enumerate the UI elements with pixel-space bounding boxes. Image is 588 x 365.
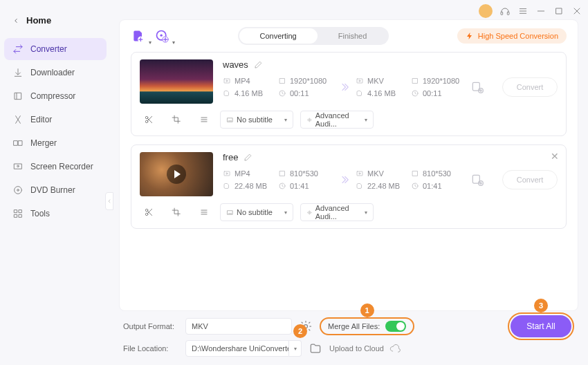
audio-select[interactable]: Advanced Audi...▾ xyxy=(300,203,374,221)
svg-rect-17 xyxy=(15,164,22,169)
output-settings-icon[interactable] xyxy=(470,80,484,94)
file-location-label: File Location: xyxy=(123,344,178,353)
svg-marker-38 xyxy=(360,80,361,82)
svg-rect-74 xyxy=(228,210,232,214)
sidebar-item-downloader[interactable]: Downloader xyxy=(4,62,107,84)
svg-point-20 xyxy=(17,189,19,191)
trim-icon[interactable] xyxy=(144,207,154,217)
file-card: waves MP4 4.16 MB 1920*1080 00:11 xyxy=(131,52,567,136)
thumbnail[interactable] xyxy=(140,59,213,104)
compressor-icon xyxy=(12,91,24,102)
svg-rect-33 xyxy=(224,79,230,83)
tab-finished[interactable]: Finished xyxy=(318,28,388,44)
thumbnail[interactable] xyxy=(140,152,213,196)
close-icon[interactable] xyxy=(571,6,582,17)
audio-value: Advanced Audi... xyxy=(315,204,360,221)
collapse-sidebar-icon[interactable] xyxy=(105,192,113,210)
caret-down-icon: ▾ xyxy=(172,39,175,46)
svg-marker-58 xyxy=(227,173,228,174)
annotation-badge: 2 xyxy=(293,324,307,338)
svg-rect-6 xyxy=(556,8,562,14)
avatar[interactable] xyxy=(479,4,493,18)
subtitle-select[interactable]: No subtitle▾ xyxy=(220,203,293,221)
svg-point-18 xyxy=(17,165,19,167)
caret-down-icon: ▾ xyxy=(284,209,287,216)
svg-marker-62 xyxy=(360,173,361,174)
svg-marker-34 xyxy=(227,80,228,82)
more-icon[interactable] xyxy=(199,115,209,124)
more-icon[interactable] xyxy=(199,207,209,217)
location-dropdown[interactable]: 2 ▾ xyxy=(289,340,302,357)
in-size: 4.16 MB xyxy=(235,89,263,97)
svg-rect-24 xyxy=(19,214,21,217)
output-format-label: Output Format: xyxy=(123,322,178,330)
sidebar-item-label: Screen Recorder xyxy=(30,162,93,171)
in-dur: 00:11 xyxy=(290,89,309,97)
svg-rect-0 xyxy=(501,12,503,15)
high-speed-button[interactable]: High Speed Conversion xyxy=(457,28,567,44)
add-disc-button[interactable]: ▾ xyxy=(154,28,169,44)
out-dur: 01:41 xyxy=(423,182,442,190)
start-all-button[interactable]: Start All xyxy=(511,315,571,337)
sidebar: Home Converter Downloader Compressor Edi… xyxy=(0,0,111,365)
converter-icon xyxy=(12,44,24,55)
audio-value: Advanced Audi... xyxy=(315,111,360,128)
convert-button[interactable]: Convert xyxy=(502,77,558,97)
recorder-icon xyxy=(12,161,24,172)
add-file-button[interactable]: ▾ xyxy=(131,28,146,44)
svg-rect-35 xyxy=(280,79,285,84)
menu-icon[interactable] xyxy=(517,6,529,17)
sidebar-item-screen-recorder[interactable]: Screen Recorder xyxy=(4,156,107,178)
tab-converting[interactable]: Converting xyxy=(239,28,318,44)
sidebar-item-merger[interactable]: Merger xyxy=(4,132,107,154)
upload-label: Upload to Cloud xyxy=(329,344,384,353)
home-label: Home xyxy=(26,15,51,26)
sidebar-item-dvd-burner[interactable]: DVD Burner xyxy=(4,179,107,201)
svg-point-29 xyxy=(160,35,163,37)
out-res: 1920*1080 xyxy=(423,77,459,85)
subtitle-value: No subtitle xyxy=(237,115,273,124)
svg-rect-39 xyxy=(413,79,418,84)
merge-label: Merge All Files: xyxy=(328,322,380,330)
open-folder-icon[interactable] xyxy=(309,341,322,355)
download-icon xyxy=(12,67,24,78)
crop-icon[interactable] xyxy=(172,115,181,124)
output-settings-icon[interactable] xyxy=(470,173,484,187)
sidebar-item-editor[interactable]: Editor xyxy=(4,109,107,131)
arrow-icon xyxy=(333,174,356,186)
high-speed-label: High Speed Conversion xyxy=(478,32,558,40)
merge-toggle[interactable] xyxy=(385,321,406,332)
output-format-select[interactable]: MKV xyxy=(185,318,292,335)
upload-to-cloud[interactable]: Upload to Cloud xyxy=(329,343,401,354)
file-location-input[interactable]: D:\Wondershare UniConverter 1 xyxy=(185,340,289,357)
audio-select[interactable]: Advanced Audi...▾ xyxy=(300,111,374,129)
svg-rect-15 xyxy=(14,141,17,146)
support-icon[interactable] xyxy=(499,6,511,17)
edit-name-icon[interactable] xyxy=(254,60,263,69)
svg-rect-63 xyxy=(413,171,418,176)
sidebar-item-label: Downloader xyxy=(30,68,75,77)
sidebar-item-converter[interactable]: Converter xyxy=(4,38,107,60)
play-icon xyxy=(167,165,186,184)
crop-icon[interactable] xyxy=(172,207,181,217)
trim-icon[interactable] xyxy=(144,115,154,124)
subtitle-select[interactable]: No subtitle▾ xyxy=(220,111,293,129)
sidebar-item-compressor[interactable]: Compressor xyxy=(4,85,107,107)
remove-file-icon[interactable]: ✕ xyxy=(551,151,559,162)
maximize-icon[interactable] xyxy=(553,6,564,17)
minimize-icon[interactable] xyxy=(535,6,546,17)
svg-rect-23 xyxy=(15,214,17,217)
in-res: 1920*1080 xyxy=(290,77,327,85)
back-home[interactable]: Home xyxy=(4,11,107,30)
edit-name-icon[interactable] xyxy=(244,153,252,162)
convert-button[interactable]: Convert xyxy=(502,170,558,189)
merger-icon xyxy=(12,138,24,149)
arrow-icon xyxy=(333,81,356,93)
svg-rect-16 xyxy=(19,141,22,146)
svg-rect-50 xyxy=(228,118,232,122)
start-all-wrap: 3 Start All xyxy=(508,312,574,340)
svg-line-45 xyxy=(147,118,151,122)
caret-down-icon: ▾ xyxy=(149,39,151,46)
sidebar-item-tools[interactable]: Tools xyxy=(4,203,107,225)
merge-all-control: 1 Merge All Files: xyxy=(320,317,414,335)
